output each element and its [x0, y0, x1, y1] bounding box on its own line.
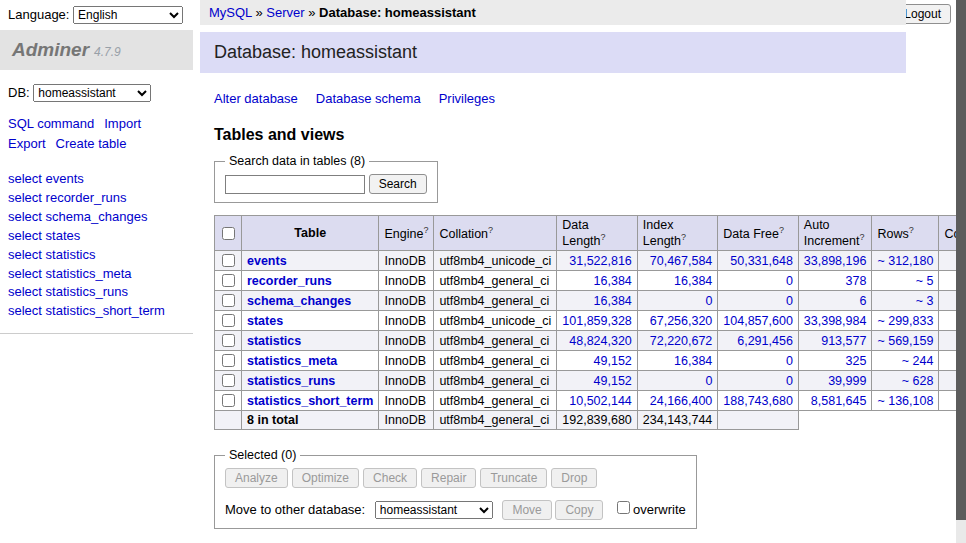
table-link-recorder-runs[interactable]: recorder_runs	[247, 274, 332, 288]
table-link-statistics-runs[interactable]: statistics_runs	[247, 374, 335, 388]
table-link-states[interactable]: states	[247, 314, 283, 328]
breadcrumb-separator: »	[305, 5, 319, 20]
index-length-cell: 24,166,400	[637, 391, 718, 411]
column-help-link[interactable]: ?	[859, 232, 864, 242]
auto-increment-cell: 913,577	[798, 331, 872, 351]
language-select[interactable]: English	[73, 6, 183, 24]
row-checkbox-schema-changes[interactable]	[222, 294, 235, 307]
column-help-link[interactable]: ?	[909, 225, 914, 235]
sidebar-action-create-table[interactable]: Create table	[56, 136, 127, 151]
tables-header-row: TableEngine?Collation?Data Length?Index …	[215, 216, 966, 251]
engine-cell: InnoDB	[379, 331, 434, 351]
column-header-label: Engine	[384, 227, 423, 241]
sidebar-action-sql-command[interactable]: SQL command	[8, 116, 94, 131]
collation-cell: utf8mb4_unicode_ci	[434, 251, 557, 271]
table-link-statistics-meta[interactable]: statistics_meta	[247, 354, 337, 368]
sidebar-action-import[interactable]: Import	[104, 116, 141, 131]
overwrite-checkbox[interactable]	[617, 501, 630, 514]
move-label: Move to other database:	[225, 502, 365, 517]
engine-cell: InnoDB	[379, 391, 434, 411]
engine-cell: InnoDB	[379, 271, 434, 291]
sidebar-action-export[interactable]: Export	[8, 136, 46, 151]
column-header-rows: Rows?	[872, 216, 939, 251]
column-help-link[interactable]: ?	[601, 232, 606, 242]
column-header-collation: Collation?	[434, 216, 557, 251]
table-link-events[interactable]: events	[247, 254, 287, 268]
vertical-scrollbar[interactable]	[956, 0, 966, 543]
auto-increment-cell: 39,999	[798, 371, 872, 391]
select-all-checkbox[interactable]	[222, 227, 235, 240]
index-length-cell: 16,384	[637, 351, 718, 371]
row-checkbox-recorder-runs[interactable]	[222, 274, 235, 287]
total-index-length-cell: 234,143,744	[637, 411, 718, 430]
collation-cell: utf8mb4_unicode_ci	[434, 311, 557, 331]
sidebar-item-select-statistics[interactable]: select statistics	[8, 246, 185, 265]
sidebar-item-select-events[interactable]: select events	[8, 170, 185, 189]
breadcrumb-link-mysql[interactable]: MySQL	[209, 5, 252, 20]
column-header-auto-increment: Auto Increment?	[798, 216, 872, 251]
engine-cell: InnoDB	[379, 351, 434, 371]
table-link-schema-changes[interactable]: schema_changes	[247, 294, 351, 308]
row-checkbox-statistics[interactable]	[222, 334, 235, 347]
breadcrumb-separator: »	[252, 5, 266, 20]
sidebar-item-select-statistics-meta[interactable]: select statistics_meta	[8, 265, 185, 284]
sidebar-item-select-recorder-runs[interactable]: select recorder_runs	[8, 189, 185, 208]
column-help-link[interactable]: ?	[779, 225, 784, 235]
tables-body: eventsInnoDButf8mb4_unicode_ci31,522,816…	[215, 251, 966, 430]
row-checkbox-statistics-meta[interactable]	[222, 354, 235, 367]
engine-cell: InnoDB	[379, 311, 434, 331]
data-length-cell: 101,859,328	[557, 311, 638, 331]
collation-cell: utf8mb4_general_ci	[434, 331, 557, 351]
row-checkbox-cell	[215, 371, 242, 391]
column-help-link[interactable]: ?	[423, 225, 428, 235]
table-link-statistics-short-term[interactable]: statistics_short_term	[247, 394, 373, 408]
rows-count-cell: ~ 569,159	[872, 331, 939, 351]
table-name-cell: states	[242, 311, 379, 331]
optimize-button: Optimize	[292, 468, 359, 488]
data-free-cell: 0	[718, 271, 799, 291]
column-header-index-length: Index Length?	[637, 216, 718, 251]
column-header-label: Rows	[877, 227, 908, 241]
collation-cell: utf8mb4_general_ci	[434, 271, 557, 291]
column-help-link[interactable]: ?	[681, 232, 686, 242]
row-checkbox-cell	[215, 331, 242, 351]
row-checkbox-cell	[215, 391, 242, 411]
sidebar-item-select-schema-changes[interactable]: select schema_changes	[8, 208, 185, 227]
column-help-link[interactable]: ?	[488, 225, 493, 235]
breadcrumb-current: Database: homeassistant	[319, 5, 476, 20]
column-header-data-free: Data Free?	[718, 216, 799, 251]
data-length-cell: 16,384	[557, 271, 638, 291]
auto-increment-cell: 325	[798, 351, 872, 371]
db-select[interactable]: homeassistant	[33, 84, 151, 102]
row-checkbox-cell	[215, 311, 242, 331]
row-checkbox-statistics-short-term[interactable]	[222, 394, 235, 407]
move-database-select[interactable]: homeassistant	[375, 501, 493, 519]
index-length-cell: 16,384	[637, 271, 718, 291]
nav-link-privileges[interactable]: Privileges	[439, 91, 495, 106]
sidebar-item-select-statistics-runs[interactable]: select statistics_runs	[8, 283, 185, 302]
scrollbar-thumb[interactable]	[956, 0, 966, 520]
nav-link-database-schema[interactable]: Database schema	[316, 91, 421, 106]
table-total-row: 8 in totalInnoDButf8mb4_general_ci192,83…	[215, 411, 966, 430]
sidebar-item-select-statistics-short-term[interactable]: select statistics_short_term	[8, 302, 185, 321]
breadcrumb-link-server[interactable]: Server	[266, 5, 304, 20]
table-link-statistics[interactable]: statistics	[247, 334, 301, 348]
row-checkbox-statistics-runs[interactable]	[222, 374, 235, 387]
total-empty-cell	[215, 411, 242, 430]
collation-cell: utf8mb4_general_ci	[434, 291, 557, 311]
search-input[interactable]	[225, 175, 365, 194]
row-checkbox-events[interactable]	[222, 254, 235, 267]
row-checkbox-states[interactable]	[222, 314, 235, 327]
search-button[interactable]: Search	[369, 174, 427, 194]
sidebar-item-select-states[interactable]: select states	[8, 227, 185, 246]
total-data-free-cell	[718, 411, 799, 430]
truncate-button: Truncate	[480, 468, 547, 488]
table-name-cell: recorder_runs	[242, 271, 379, 291]
sidebar-actions: SQL commandImportExportCreate table	[8, 114, 185, 154]
table-name-cell: schema_changes	[242, 291, 379, 311]
data-free-cell: 0	[718, 351, 799, 371]
nav-link-alter-database[interactable]: Alter database	[214, 91, 298, 106]
table-row-statistics-runs: statistics_runsInnoDButf8mb4_general_ci4…	[215, 371, 966, 391]
total-label: 8 in total	[247, 413, 298, 427]
table-name-cell: statistics_meta	[242, 351, 379, 371]
